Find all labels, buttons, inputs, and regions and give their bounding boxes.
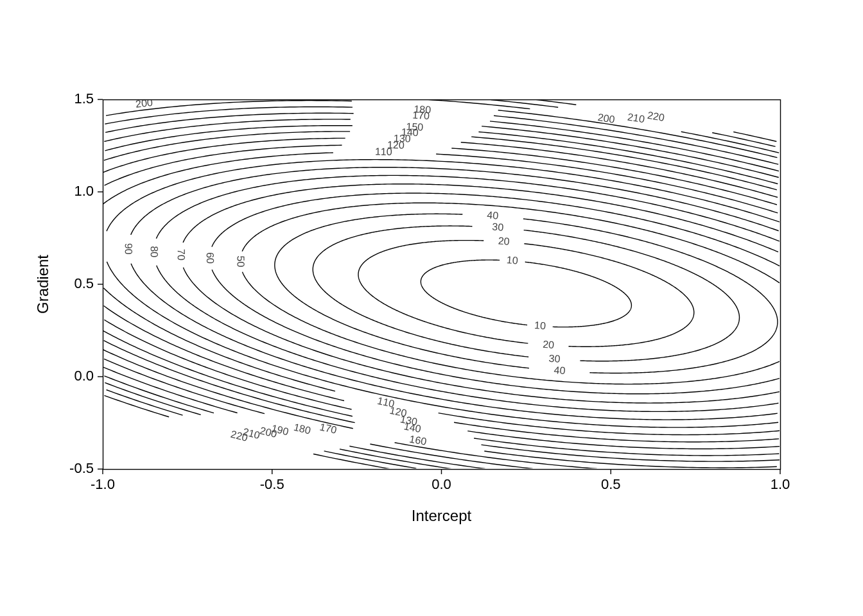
contour-plot — [0, 0, 863, 616]
